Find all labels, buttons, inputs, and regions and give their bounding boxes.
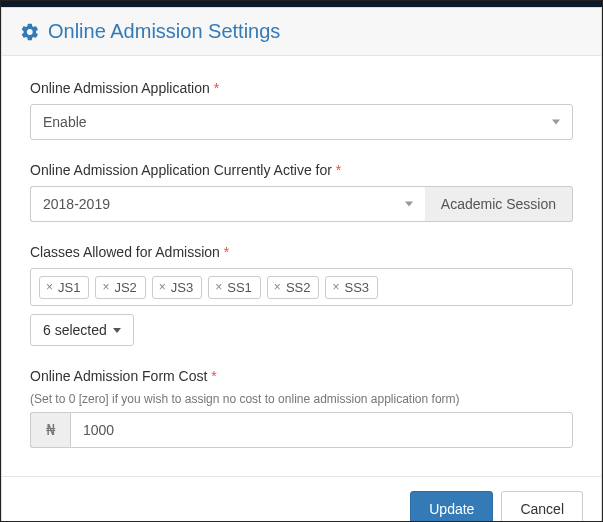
tag-label: JS1 [58,280,80,295]
remove-tag-icon[interactable]: × [215,281,222,293]
panel-title: Online Admission Settings [48,20,280,43]
cost-input-group: ₦ [30,412,573,448]
summary-text: 6 selected [43,322,107,338]
label-text: Online Admission Application [30,80,210,96]
cost-hint: (Set to 0 [zero] if you wish to assign n… [30,392,573,406]
tag-label: SS2 [286,280,311,295]
remove-tag-icon[interactable]: × [159,281,166,293]
panel-header: Online Admission Settings [2,8,601,56]
label-active-for: Online Admission Application Currently A… [30,162,573,178]
class-tag[interactable]: ×SS1 [208,276,261,299]
remove-tag-icon[interactable]: × [46,281,53,293]
required-mark: * [224,244,229,260]
chevron-down-icon [405,202,413,207]
cancel-button[interactable]: Cancel [501,491,583,522]
settings-panel: Online Admission Settings Online Admissi… [1,7,602,522]
classes-tag-box[interactable]: ×JS1×JS2×JS3×SS1×SS2×SS3 [30,268,573,306]
remove-tag-icon[interactable]: × [102,281,109,293]
label-cost: Online Admission Form Cost * [30,368,573,384]
cost-input[interactable] [70,412,573,448]
addon-academic-session: Academic Session [425,186,573,222]
label-text: Classes Allowed for Admission [30,244,220,260]
active-for-group: 2018-2019 Academic Session [30,186,573,222]
class-tag[interactable]: ×JS1 [39,276,89,299]
panel-footer: Update Cancel [2,476,601,522]
chevron-down-icon [113,328,121,333]
chevron-down-icon [552,120,560,125]
field-active-for: Online Admission Application Currently A… [30,162,573,222]
field-admission-application: Online Admission Application * Enable [30,80,573,140]
field-cost: Online Admission Form Cost * (Set to 0 [… [30,368,573,448]
panel-body: Online Admission Application * Enable On… [2,56,601,476]
tag-label: SS3 [344,280,369,295]
tag-label: JS3 [171,280,193,295]
gear-icon [20,22,40,42]
tag-label: SS1 [227,280,252,295]
remove-tag-icon[interactable]: × [332,281,339,293]
field-classes: Classes Allowed for Admission * ×JS1×JS2… [30,244,573,346]
class-tag[interactable]: ×JS3 [152,276,202,299]
classes-summary-button[interactable]: 6 selected [30,314,134,346]
select-admission-application[interactable]: Enable [30,104,573,140]
required-mark: * [214,80,219,96]
class-tag[interactable]: ×SS3 [325,276,378,299]
class-tag[interactable]: ×JS2 [95,276,145,299]
class-tag[interactable]: ×SS2 [267,276,320,299]
remove-tag-icon[interactable]: × [274,281,281,293]
label-text: Online Admission Form Cost [30,368,207,384]
label-admission-application: Online Admission Application * [30,80,573,96]
required-mark: * [336,162,341,178]
tag-label: JS2 [114,280,136,295]
label-text: Online Admission Application Currently A… [30,162,332,178]
required-mark: * [211,368,216,384]
label-classes: Classes Allowed for Admission * [30,244,573,260]
select-academic-session[interactable]: 2018-2019 [30,186,425,222]
select-value: Enable [43,114,87,130]
select-value: 2018-2019 [43,196,110,212]
update-button[interactable]: Update [410,491,493,522]
currency-prefix: ₦ [30,412,70,448]
